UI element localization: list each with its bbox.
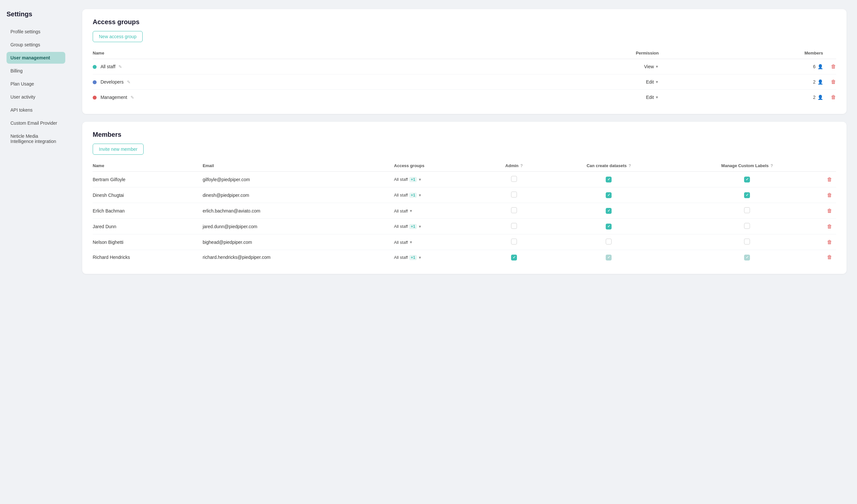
table-row: Bertram Gilfoyle gilfoyle@piedpiper.com …	[93, 172, 836, 187]
manage-labels-checkbox[interactable]: ✓	[744, 255, 750, 261]
member-email: dinesh@piedpiper.com	[203, 187, 394, 203]
sidebar-title: Settings	[6, 11, 65, 18]
admin-checkbox[interactable]	[511, 191, 517, 198]
delete-group-icon[interactable]: 🗑	[831, 64, 836, 69]
edit-icon[interactable]: ✎	[127, 80, 131, 85]
members-col-create: Can create datasets ?	[546, 161, 675, 172]
member-email: jared.dunn@piedpiper.com	[203, 219, 394, 234]
access-groups-table: Name Permission Members All staff ✎ View…	[93, 48, 836, 105]
member-name: Jared Dunn	[93, 219, 203, 234]
sidebar: Settings Profile settingsGroup settingsU…	[0, 0, 72, 504]
sidebar-item-user-management[interactable]: User management	[6, 52, 65, 64]
invite-new-member-button[interactable]: Invite new member	[93, 144, 144, 155]
group-name: All staff	[101, 64, 116, 69]
sidebar-item-api-tokens[interactable]: API tokens	[6, 104, 65, 116]
member-email: bighead@piedpiper.com	[203, 234, 394, 250]
access-group-tag[interactable]: All staff +1 ▼	[394, 224, 422, 229]
members-col-admin: Admin ?	[486, 161, 547, 172]
table-row: Developers ✎ Edit ▼ 2 👤 🗑	[93, 74, 836, 90]
person-icon: 👤	[818, 95, 823, 100]
manage-labels-checkbox[interactable]: ✓	[744, 177, 750, 183]
member-name: Nelson Bighetti	[93, 234, 203, 250]
delete-group-icon[interactable]: 🗑	[831, 94, 836, 100]
manage-help-icon: ?	[771, 164, 773, 168]
admin-checkbox[interactable]	[511, 207, 517, 213]
group-name: Management	[101, 95, 127, 100]
chevron-down-icon: ▼	[655, 95, 659, 99]
table-row: Jared Dunn jared.dunn@piedpiper.com All …	[93, 219, 836, 234]
members-title: Members	[93, 131, 836, 138]
create-checkbox[interactable]: ✓	[606, 223, 611, 230]
sidebar-item-group-settings[interactable]: Group settings	[6, 39, 65, 51]
access-group-tag[interactable]: All staff ▼	[394, 208, 413, 214]
new-access-group-button[interactable]: New access group	[93, 31, 142, 42]
member-name: Dinesh Chugtai	[93, 187, 203, 203]
access-groups-card: Access groups New access group Name Perm…	[82, 9, 846, 114]
ag-col-permission: Permission	[457, 48, 659, 59]
create-checkbox[interactable]: ✓	[606, 208, 611, 214]
members-count: 6 👤	[813, 64, 823, 69]
main-content: Access groups New access group Name Perm…	[72, 0, 857, 504]
member-name: Erlich Bachman	[93, 203, 203, 219]
create-help-icon: ?	[628, 164, 631, 168]
table-row: Dinesh Chugtai dinesh@piedpiper.com All …	[93, 187, 836, 203]
member-email: richard.hendricks@piedpiper.com	[203, 250, 394, 265]
table-row: Management ✎ Edit ▼ 2 👤 🗑	[93, 90, 836, 105]
delete-member-icon[interactable]: 🗑	[827, 223, 832, 229]
delete-member-icon[interactable]: 🗑	[827, 177, 832, 182]
permission-dropdown[interactable]: View ▼	[644, 64, 659, 69]
chevron-down-icon: ▼	[418, 193, 422, 197]
table-row: All staff ✎ View ▼ 6 👤 🗑	[93, 59, 836, 74]
admin-checkbox[interactable]: ✓	[511, 255, 517, 261]
permission-dropdown[interactable]: Edit ▼	[646, 79, 659, 85]
members-card: Members Invite new member Name Email Acc…	[82, 122, 846, 274]
create-checkbox[interactable]: ✓	[606, 192, 611, 198]
admin-checkbox[interactable]	[511, 223, 517, 229]
access-group-tag[interactable]: All staff +1 ▼	[394, 255, 422, 260]
person-icon: 👤	[818, 64, 823, 69]
access-group-tag[interactable]: All staff +1 ▼	[394, 177, 422, 182]
members-col-name: Name	[93, 161, 203, 172]
table-row: Erlich Bachman erlich.bachman@aviato.com…	[93, 203, 836, 219]
chevron-down-icon: ▼	[418, 256, 422, 259]
sidebar-item-billing[interactable]: Billing	[6, 65, 65, 77]
sidebar-item-neticle[interactable]: Neticle Media Intelligence integration	[6, 130, 65, 147]
member-email: erlich.bachman@aviato.com	[203, 203, 394, 219]
members-count: 2 👤	[813, 95, 823, 100]
plus-badge: +1	[409, 177, 417, 182]
admin-checkbox[interactable]	[511, 239, 517, 245]
plus-badge: +1	[409, 224, 417, 229]
sidebar-item-profile-settings[interactable]: Profile settings	[6, 26, 65, 37]
edit-icon[interactable]: ✎	[131, 95, 134, 100]
sidebar-item-plan-usage[interactable]: Plan Usage	[6, 78, 65, 90]
delete-member-icon[interactable]: 🗑	[827, 254, 832, 260]
create-checkbox[interactable]	[606, 239, 611, 245]
group-color-dot	[93, 80, 97, 84]
sidebar-item-user-activity[interactable]: User activity	[6, 91, 65, 103]
create-checkbox[interactable]: ✓	[606, 255, 611, 261]
table-row: Richard Hendricks richard.hendricks@pied…	[93, 250, 836, 265]
delete-member-icon[interactable]: 🗑	[827, 239, 832, 245]
access-groups-title: Access groups	[93, 18, 836, 26]
admin-help-icon: ?	[520, 164, 522, 168]
table-row: Nelson Bighetti bighead@piedpiper.com Al…	[93, 234, 836, 250]
admin-checkbox[interactable]	[511, 176, 517, 182]
manage-labels-checkbox[interactable]	[744, 223, 750, 229]
manage-labels-checkbox[interactable]	[744, 207, 750, 213]
manage-labels-checkbox[interactable]	[744, 239, 750, 245]
access-group-tag[interactable]: All staff ▼	[394, 240, 413, 245]
sidebar-item-custom-email[interactable]: Custom Email Provider	[6, 117, 65, 129]
members-col-access: Access groups	[394, 161, 485, 172]
delete-group-icon[interactable]: 🗑	[831, 79, 836, 85]
members-col-email: Email	[203, 161, 394, 172]
delete-member-icon[interactable]: 🗑	[827, 192, 832, 198]
plus-badge: +1	[409, 255, 417, 260]
edit-icon[interactable]: ✎	[118, 64, 122, 69]
permission-dropdown[interactable]: Edit ▼	[646, 95, 659, 100]
manage-labels-checkbox[interactable]: ✓	[744, 192, 750, 198]
person-icon: 👤	[818, 79, 823, 85]
delete-member-icon[interactable]: 🗑	[827, 208, 832, 214]
create-checkbox[interactable]: ✓	[606, 177, 611, 183]
access-group-tag[interactable]: All staff +1 ▼	[394, 192, 422, 198]
member-name: Richard Hendricks	[93, 250, 203, 265]
